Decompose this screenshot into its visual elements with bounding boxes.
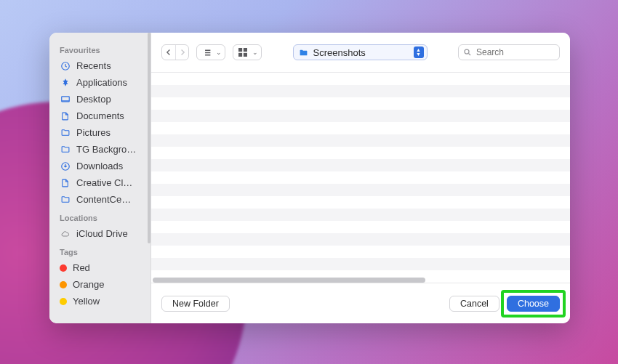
sidebar-item-label: TG Backgro…	[76, 144, 136, 155]
sidebar-item-label: Applications	[76, 77, 127, 88]
path-popup-button[interactable]: Screenshots ▲▼	[293, 44, 428, 60]
button-label: Choose	[518, 299, 549, 309]
sidebar-item-documents[interactable]: Documents	[49, 108, 151, 124]
sidebar-tag-red[interactable]: Red	[49, 259, 151, 276]
nav-back-forward	[161, 44, 189, 60]
tag-dot-icon	[60, 264, 67, 272]
sidebar-item-label: Desktop	[76, 94, 111, 105]
search-input[interactable]	[476, 47, 555, 57]
sidebar-item-recents[interactable]: Recents	[49, 57, 151, 74]
sidebar-item-creative-cloud[interactable]: Creative Cl…	[49, 174, 151, 191]
sidebar-section-header: Tags	[49, 242, 151, 259]
folder-icon	[60, 194, 71, 205]
choose-button[interactable]: Choose	[507, 296, 560, 312]
sidebar-scrollbar[interactable]	[148, 33, 151, 243]
file-list-area[interactable]	[151, 73, 570, 283]
app-icon	[60, 77, 71, 88]
sidebar-section-header: Favourites	[49, 40, 151, 57]
sidebar-tag-orange[interactable]: Orange	[49, 276, 151, 293]
svg-rect-6	[244, 53, 247, 57]
sidebar-item-tg-backgrounds[interactable]: TG Backgro…	[49, 141, 151, 158]
sidebar-item-applications[interactable]: Applications	[49, 74, 151, 91]
bottom-bar: New Folder Cancel Choose	[151, 283, 570, 323]
clock-icon	[60, 60, 71, 71]
sidebar-item-pictures[interactable]: Pictures	[49, 124, 151, 141]
sidebar-section-header: Locations	[49, 208, 151, 225]
sidebar-item-label: Recents	[76, 60, 111, 71]
horizontal-scrollbar[interactable]	[153, 278, 425, 283]
sidebar-item-label: Red	[73, 262, 90, 273]
path-label: Screenshots	[313, 47, 366, 58]
sidebar-item-label: Pictures	[76, 127, 111, 138]
list-view-icon	[197, 45, 216, 60]
sidebar-tag-yellow[interactable]: Yellow	[49, 293, 151, 310]
cloud-icon	[60, 228, 71, 239]
sidebar-item-desktop[interactable]: Desktop	[49, 91, 151, 108]
chevron-down-icon: ⌄	[252, 49, 261, 56]
svg-rect-5	[238, 53, 242, 57]
new-folder-button[interactable]: New Folder	[161, 296, 230, 312]
document-icon	[60, 110, 71, 121]
updown-arrows-icon: ▲▼	[414, 46, 424, 58]
sidebar-item-label: Yellow	[73, 296, 100, 307]
folder-icon	[60, 144, 71, 155]
sidebar-item-icloud[interactable]: iCloud Drive	[49, 225, 151, 242]
sidebar-item-label: Orange	[73, 279, 104, 290]
sidebar-item-label: Downloads	[76, 161, 123, 171]
sidebar-item-label: Creative Cl…	[76, 177, 132, 188]
sidebar-item-label: iCloud Drive	[76, 228, 128, 239]
sidebar-item-downloads[interactable]: Downloads	[49, 158, 151, 174]
document-icon	[60, 177, 71, 188]
sidebar: Favourites Recents Applications Desktop …	[49, 33, 151, 323]
button-label: Cancel	[460, 299, 489, 309]
sidebar-item-label: Documents	[76, 110, 124, 121]
tag-dot-icon	[60, 298, 67, 305]
folder-icon	[298, 48, 309, 57]
view-grid-button[interactable]: ⌄	[233, 44, 262, 60]
chevron-down-icon: ⌄	[216, 49, 225, 56]
cancel-button[interactable]: Cancel	[449, 296, 499, 312]
svg-rect-3	[238, 48, 242, 52]
toolbar: ⌄ ⌄ Screenshots ▲▼	[151, 33, 570, 73]
folder-icon	[60, 127, 71, 138]
grid-view-icon	[233, 45, 252, 60]
svg-point-7	[465, 49, 469, 54]
sidebar-item-contentcenter[interactable]: ContentCe…	[49, 191, 151, 208]
back-button[interactable]	[162, 45, 175, 60]
main-pane: ⌄ ⌄ Screenshots ▲▼	[151, 33, 570, 323]
button-label: New Folder	[172, 299, 219, 309]
tag-dot-icon	[60, 281, 67, 288]
search-field[interactable]	[458, 44, 560, 60]
desktop-icon	[60, 94, 71, 105]
view-list-button[interactable]: ⌄	[196, 44, 225, 60]
file-picker-window: Favourites Recents Applications Desktop …	[49, 33, 570, 323]
downloads-icon	[60, 161, 71, 171]
forward-button[interactable]	[175, 45, 188, 60]
sidebar-item-label: ContentCe…	[76, 194, 131, 205]
search-icon	[463, 48, 472, 57]
file-list-stripes	[151, 73, 570, 283]
svg-rect-4	[244, 48, 247, 52]
